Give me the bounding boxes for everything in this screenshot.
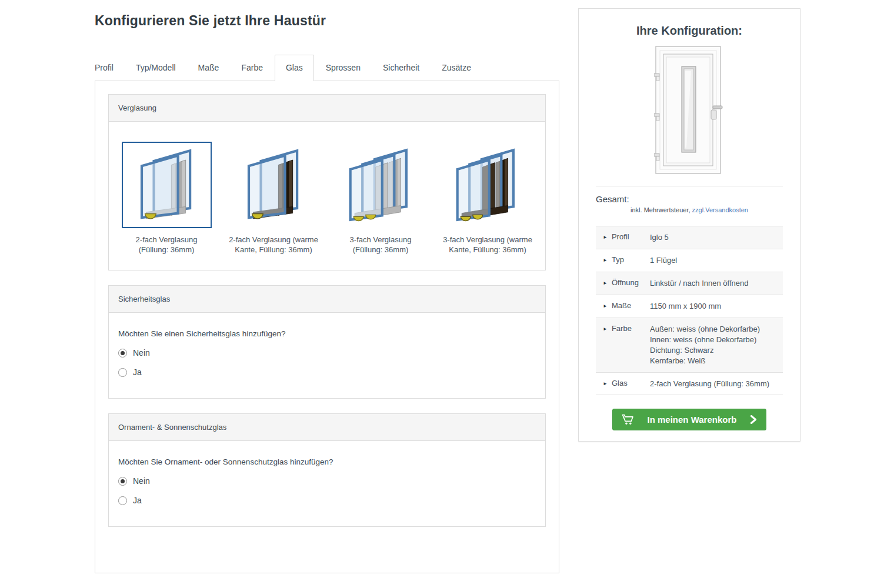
sicherheitsglas-radio-nein-label[interactable]: Nein — [133, 348, 150, 358]
tab-zusaetze[interactable]: Zusätze — [442, 55, 471, 81]
config-value-glas: 2-fach Verglasung (Füllung: 36mm) — [650, 379, 776, 389]
tax-shipping-note: inkl. Mehrwertsteuer, zzgl.Versandkosten — [596, 206, 783, 213]
glazing-option-3fach-tile[interactable] — [336, 142, 426, 228]
door-hinge-icon — [654, 74, 659, 81]
sicherheitsglas-question: Möchten Sie einen Sicherheitsglas hinzuf… — [118, 329, 536, 338]
tab-glas[interactable]: Glas — [275, 55, 314, 81]
section-ornament: Ornament- & Sonnenschutzglas Möchten Sie… — [108, 413, 546, 527]
tab-profil[interactable]: Profil — [95, 55, 114, 81]
config-row-farbe[interactable]: ►Farbe Außen: weiss (ohne Dekorfarbe) In… — [596, 318, 783, 373]
glazing-option-2fach-tile[interactable] — [122, 142, 212, 228]
ornament-radio-ja[interactable] — [118, 496, 127, 505]
glazing-option-3fach-warm-tile[interactable] — [443, 142, 533, 228]
page-title: Konfigurieren Sie jetzt Ihre Haustür — [95, 13, 559, 29]
section-sicherheitsglas: Sicherheitsglas Möchten Sie einen Sicher… — [108, 285, 546, 399]
glazing-option-3fach-warm-label: 3-fach Verglasung (warme Kante, Füllung:… — [443, 235, 532, 255]
configuration-title: Ihre Konfiguration: — [596, 24, 783, 38]
tab-sprossen[interactable]: Sprossen — [326, 55, 361, 81]
row-arrow-icon: ► — [603, 326, 608, 332]
config-row-masse[interactable]: ►Maße 1150 mm x 1900 mm — [596, 295, 783, 318]
sicherheitsglas-radio-nein[interactable] — [118, 349, 127, 358]
configuration-table: ►Profil Iglo 5 ►Typ 1 Flügel ►Öffnung Li… — [596, 226, 783, 395]
glazing-3fach-warm-icon — [446, 144, 529, 226]
config-value-profil: Iglo 5 — [650, 232, 776, 243]
config-value-masse: 1150 mm x 1900 mm — [650, 301, 776, 312]
shipping-costs-link[interactable]: zzgl.Versandkosten — [692, 206, 748, 213]
glazing-option-2fach-warm-tile[interactable] — [229, 142, 319, 228]
add-to-cart-button[interactable]: In meinen Warenkorb — [612, 409, 766, 430]
add-to-cart-label: In meinen Warenkorb — [648, 415, 737, 425]
tab-typ-modell[interactable]: Typ/Modell — [136, 55, 176, 81]
ornament-radio-nein-label[interactable]: Nein — [133, 476, 150, 486]
ornament-radio-ja-label[interactable]: Ja — [133, 496, 142, 505]
config-value-oeffnung: Linkstür / nach Innen öffnend — [650, 278, 776, 289]
config-row-glas[interactable]: ►Glas 2-fach Verglasung (Füllung: 36mm) — [596, 373, 783, 396]
ornament-option-nein: Nein — [118, 476, 536, 486]
tab-sicherheit[interactable]: Sicherheit — [383, 55, 419, 81]
section-ornament-header: Ornament- & Sonnenschutzglas — [109, 414, 545, 441]
glazing-option-2fach-label: 2-fach Verglasung (Füllung: 36mm) — [122, 235, 211, 255]
configurator-main: Konfigurieren Sie jetzt Ihre Haustür Pro… — [95, 0, 559, 573]
cart-icon — [622, 414, 634, 425]
configurator-tabs: Profil Typ/Modell Maße Farbe Glas Spross… — [95, 55, 559, 81]
glazing-option-3fach-label: 3-fach Verglasung (Füllung: 36mm) — [336, 235, 425, 255]
glazing-2fach-warm-icon — [232, 144, 315, 226]
config-value-farbe: Außen: weiss (ohne Dekorfarbe) Innen: we… — [650, 324, 776, 366]
tax-note: inkl. Mehrwertsteuer, — [631, 206, 690, 213]
door-hinge-icon — [654, 113, 659, 121]
glazing-option-2fach-warm-label: 2-fach Verglasung (warme Kante, Füllung:… — [229, 235, 318, 255]
glazing-option-3fach-warm: 3-fach Verglasung (warme Kante, Füllung:… — [437, 142, 538, 255]
row-arrow-icon: ► — [603, 303, 608, 309]
door-hinge-icon — [654, 153, 659, 161]
glazing-3fach-silver-icon — [339, 144, 422, 226]
section-verglasung: Verglasung — [108, 94, 546, 270]
row-arrow-icon: ► — [603, 258, 608, 263]
total-label: Gesamt: — [596, 194, 783, 204]
config-value-typ: 1 Flügel — [650, 255, 776, 266]
glazing-option-2fach-warm: 2-fach Verglasung (warme Kante, Füllung:… — [223, 142, 324, 255]
tab-masse[interactable]: Maße — [198, 55, 219, 81]
section-verglasung-header: Verglasung — [109, 95, 545, 122]
section-sicherheitsglas-header: Sicherheitsglas — [109, 286, 545, 313]
ornament-option-ja: Ja — [118, 496, 536, 505]
sicherheitsglas-radio-ja[interactable] — [118, 368, 127, 377]
sicherheitsglas-option-ja: Ja — [118, 368, 536, 377]
glazing-option-2fach: 2-fach Verglasung (Füllung: 36mm) — [116, 142, 217, 255]
row-arrow-icon: ► — [603, 280, 608, 286]
config-row-typ[interactable]: ►Typ 1 Flügel — [596, 249, 783, 272]
door-preview-image — [654, 45, 725, 176]
divider — [596, 186, 783, 186]
glazing-option-3fach: 3-fach Verglasung (Füllung: 36mm) — [330, 142, 431, 255]
door-configurator-page: Konfigurieren Sie jetzt Ihre Haustür Pro… — [0, 0, 894, 588]
ornament-question: Möchten Sie Ornament- oder Sonnenschutzg… — [118, 457, 536, 466]
row-arrow-icon: ► — [603, 235, 608, 240]
config-row-profil[interactable]: ►Profil Iglo 5 — [596, 226, 783, 249]
config-row-oeffnung[interactable]: ►Öffnung Linkstür / nach Innen öffnend — [596, 272, 783, 295]
sicherheitsglas-radio-ja-label[interactable]: Ja — [133, 368, 142, 377]
ornament-radio-nein[interactable] — [118, 477, 127, 486]
glazing-options: 2-fach Verglasung (Füllung: 36mm) — [109, 122, 545, 270]
tab-farbe[interactable]: Farbe — [241, 55, 263, 81]
glazing-2fach-silver-icon — [125, 144, 208, 226]
row-arrow-icon: ► — [603, 381, 608, 386]
chevron-right-icon — [750, 415, 757, 424]
sicherheitsglas-option-nein: Nein — [118, 348, 536, 358]
tab-panel-glas: Verglasung — [95, 81, 559, 573]
configuration-summary-panel: Ihre Konfiguration: — [578, 8, 800, 442]
